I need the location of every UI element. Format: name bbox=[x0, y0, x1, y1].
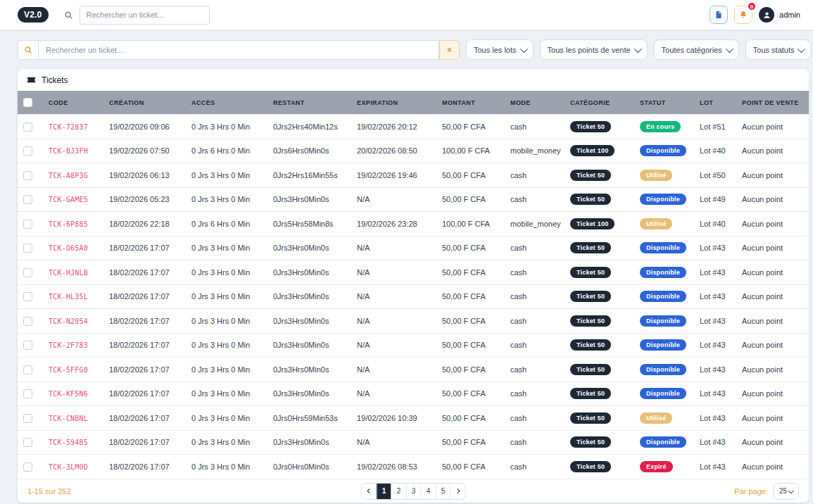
creation-cell: 18/02/2026 17:07 bbox=[103, 382, 186, 406]
ticket-code-link[interactable]: TCK-6P885 bbox=[49, 220, 88, 228]
ticket-code-link[interactable]: TCK-CNBNL bbox=[49, 415, 88, 422]
creation-cell: 19/02/2026 06:13 bbox=[103, 163, 186, 188]
select-all-checkbox[interactable] bbox=[23, 98, 32, 107]
status-badge: Utilisé bbox=[640, 218, 672, 229]
restant-cell: 0Jrs2Hrs16Min55s bbox=[267, 163, 351, 188]
acces-cell: 0 Jrs 3 Hrs 0 Min bbox=[186, 115, 267, 139]
row-checkbox[interactable] bbox=[23, 122, 32, 132]
creation-cell: 19/02/2026 07:50 bbox=[103, 139, 186, 163]
ticket-code-link[interactable]: TCK-5FFG0 bbox=[49, 366, 88, 374]
files-button[interactable] bbox=[710, 6, 728, 24]
user-avatar[interactable] bbox=[759, 7, 774, 23]
montant-cell: 100,00 F CFA bbox=[436, 139, 505, 163]
category-badge: Ticket 50 bbox=[570, 170, 611, 181]
row-checkbox[interactable] bbox=[23, 462, 32, 472]
point-de-vente-cell: Aucun point bbox=[736, 163, 809, 188]
creation-cell: 18/02/2026 17:07 bbox=[103, 309, 186, 334]
row-checkbox[interactable] bbox=[23, 341, 32, 350]
restant-cell: 0Jrs0Hrs59Min53s bbox=[267, 406, 351, 431]
chevron-down-icon bbox=[798, 44, 805, 52]
creation-cell: 18/02/2026 17:07 bbox=[103, 358, 186, 382]
mode-cell: cash bbox=[505, 455, 565, 479]
ticket-code-link[interactable]: TCK-594B5 bbox=[49, 439, 88, 446]
ticket-code-link[interactable]: TCK-N2054 bbox=[49, 317, 88, 325]
creation-cell: 18/02/2026 17:07 bbox=[103, 455, 186, 479]
ticket-code-link[interactable]: TCK-HJNLB bbox=[49, 269, 88, 277]
page-button-2[interactable]: 2 bbox=[391, 484, 406, 499]
status-badge: Disponible bbox=[640, 339, 686, 351]
row-checkbox[interactable] bbox=[23, 195, 32, 204]
row-checkbox[interactable] bbox=[23, 317, 32, 326]
row-checkbox[interactable] bbox=[23, 414, 32, 423]
restant-cell: 0Jrs3Hrs0Min0s bbox=[267, 236, 351, 260]
clear-search-button[interactable]: × bbox=[439, 40, 460, 60]
row-checkbox[interactable] bbox=[23, 146, 32, 156]
version-badge: V2.0 bbox=[18, 7, 49, 23]
navbar-search-input[interactable] bbox=[80, 6, 210, 25]
lots-filter-dropdown[interactable]: Tous les lots bbox=[466, 39, 534, 60]
next-page-button[interactable] bbox=[450, 484, 465, 499]
notifications-button[interactable]: 0 bbox=[734, 6, 752, 24]
lot-cell: Lot #43 bbox=[694, 430, 736, 455]
lot-cell: Lot #40 bbox=[694, 139, 736, 163]
ticket-code-link[interactable]: TCK-KF5N6 bbox=[49, 390, 88, 398]
previous-page-button[interactable] bbox=[362, 484, 377, 499]
acces-cell: 0 Jrs 3 Hrs 0 Min bbox=[186, 455, 267, 479]
expiration-cell: N/A bbox=[351, 333, 436, 358]
category-badge: Ticket 50 bbox=[570, 291, 611, 302]
lot-cell: Lot #43 bbox=[694, 333, 736, 358]
ticket-code-link[interactable]: TCK-HL35L bbox=[49, 293, 88, 301]
row-checkbox[interactable] bbox=[23, 171, 32, 180]
table-row: TCK-A8P3G 19/02/2026 06:13 0 Jrs 3 Hrs 0… bbox=[18, 163, 809, 188]
table-row: TCK-HL35L 18/02/2026 17:07 0 Jrs 3 Hrs 0… bbox=[18, 284, 809, 309]
row-checkbox[interactable] bbox=[23, 220, 32, 229]
lot-cell: Lot #43 bbox=[694, 382, 736, 406]
restant-cell: 0Jrs0Hrs0Min0s bbox=[267, 455, 351, 479]
row-checkbox[interactable] bbox=[23, 292, 32, 301]
expiration-cell: 19/02/2026 20:12 bbox=[351, 115, 436, 139]
row-checkbox[interactable] bbox=[23, 244, 32, 253]
row-checkbox[interactable] bbox=[23, 268, 32, 277]
expiration-cell: N/A bbox=[351, 260, 436, 285]
restant-cell: 0Jrs3Hrs0Min0s bbox=[267, 333, 351, 358]
page-button-4[interactable]: 4 bbox=[421, 484, 436, 499]
ticket-code-link[interactable]: TCK-BJ3FH bbox=[49, 147, 88, 155]
point-de-vente-cell: Aucun point bbox=[736, 406, 809, 431]
row-checkbox[interactable] bbox=[23, 389, 32, 398]
montant-cell: 50,00 F CFA bbox=[436, 115, 505, 139]
point-de-vente-cell: Aucun point bbox=[736, 333, 809, 358]
restant-cell: 0Jrs3Hrs0Min0s bbox=[267, 260, 351, 285]
restant-cell: 0Jrs3Hrs0Min0s bbox=[267, 430, 351, 455]
creation-cell: 18/02/2026 17:07 bbox=[103, 284, 186, 309]
chevron-down-icon bbox=[634, 44, 641, 52]
montant-cell: 50,00 F CFA bbox=[436, 284, 505, 309]
ticket-code-link[interactable]: TCK-3LM0D bbox=[49, 463, 88, 471]
status-filter-dropdown[interactable]: Tous statuts bbox=[745, 39, 812, 60]
page-button-3[interactable]: 3 bbox=[406, 484, 421, 499]
page-button-1[interactable]: 1 bbox=[377, 484, 391, 499]
ticket-code-link[interactable]: TCK-O65A0 bbox=[49, 244, 88, 252]
status-filter-label: Tous statuts bbox=[753, 46, 795, 54]
acces-cell: 0 Jrs 3 Hrs 0 Min bbox=[186, 309, 267, 334]
ticket-code-link[interactable]: TCK-2F783 bbox=[49, 341, 88, 349]
ticket-code-link[interactable]: TCK-72837 bbox=[49, 123, 88, 131]
point-de-vente-cell: Aucun point bbox=[736, 236, 809, 260]
status-badge: Disponible bbox=[640, 291, 686, 302]
ticket-search-input[interactable] bbox=[38, 40, 439, 60]
acces-cell: 0 Jrs 3 Hrs 0 Min bbox=[186, 333, 267, 358]
ticket-code-link[interactable]: TCK-GAME5 bbox=[49, 196, 88, 203]
row-checkbox[interactable] bbox=[23, 365, 32, 374]
category-badge: Ticket 50 bbox=[570, 364, 611, 375]
ticket-code-link[interactable]: TCK-A8P3G bbox=[49, 172, 88, 179]
point-de-vente-cell: Aucun point bbox=[736, 115, 809, 139]
table-row: TCK-6P885 18/02/2026 22:18 0 Jrs 6 Hrs 0… bbox=[18, 212, 809, 237]
lot-cell: Lot #43 bbox=[694, 455, 736, 479]
per-page-select[interactable]: 25 bbox=[773, 483, 799, 500]
page-button-5[interactable]: 5 bbox=[436, 484, 450, 499]
categories-filter-dropdown[interactable]: Toutes catégories bbox=[654, 39, 739, 60]
points-vente-filter-dropdown[interactable]: Tous les points de vente bbox=[540, 39, 648, 60]
ticket-search-group: × bbox=[18, 40, 460, 60]
status-badge: Utilisé bbox=[640, 412, 672, 424]
search-icon bbox=[58, 6, 80, 25]
row-checkbox[interactable] bbox=[23, 438, 32, 447]
